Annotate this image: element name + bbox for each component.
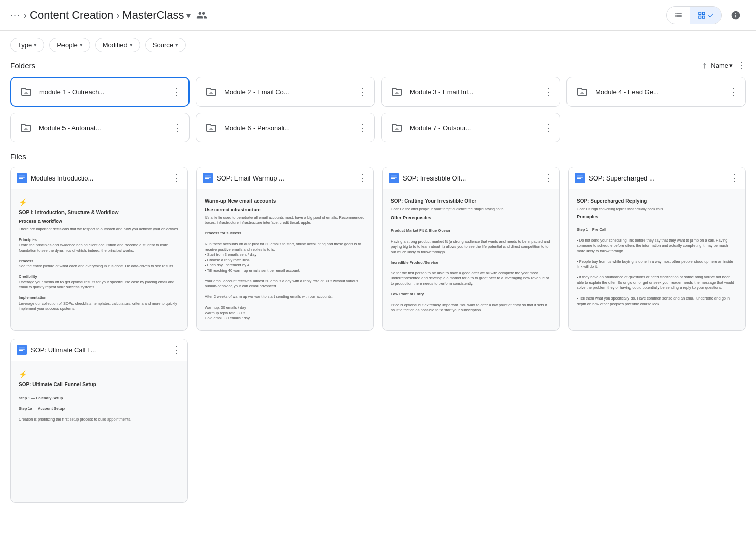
folder-more-icon[interactable]: ⋮ [172, 86, 181, 97]
breadcrumb-masterclass[interactable]: MasterClass [122, 9, 184, 22]
preview-text: Step 1 — Calendly Setup Step 1a — Accoun… [19, 390, 179, 422]
svg-rect-11 [391, 178, 395, 179]
file-card-header: Modules Introductio... ⋮ [11, 167, 187, 189]
file-card[interactable]: SOP: Email Warmup ... ⋮ Warm-up New emai… [196, 167, 374, 331]
folder-grid: module 1 - Outreach... ⋮ Module 2 - Emai… [10, 77, 746, 142]
folder-card[interactable]: Module 4 - Lead Ge... ⋮ [566, 77, 746, 107]
svg-rect-9 [391, 176, 397, 176]
folder-card[interactable]: Module 7 - Outsour... ⋮ [381, 113, 560, 142]
preview-bolt-icon: ⚡ [19, 369, 179, 380]
breadcrumb-chevron-2: › [116, 10, 119, 21]
list-view-button[interactable] [667, 7, 690, 24]
header-actions [666, 5, 746, 25]
svg-rect-3 [19, 178, 23, 179]
folder-name: Module 7 - Outsour... [410, 124, 539, 132]
file-name: SOP: Irresistible Off... [403, 174, 540, 182]
file-more-icon[interactable]: ⋮ [358, 172, 367, 184]
doc-icon [575, 173, 585, 183]
file-preview: SOP: Supercharged Replying Goal: Hit hig… [569, 189, 745, 330]
filter-type-chevron: ▾ [34, 42, 37, 48]
file-name: Modules Introductio... [31, 174, 168, 182]
sort-name-label[interactable]: Name ▾ [711, 62, 733, 69]
file-grid: Modules Introductio... ⋮ ⚡ SOP I: Introd… [10, 167, 746, 331]
filter-people-chevron: ▾ [80, 42, 83, 48]
more-options-icon[interactable]: ··· [10, 10, 21, 21]
folder-more-icon[interactable]: ⋮ [544, 86, 553, 97]
preview-text: Step 1 – Pre-Call • Do not send your sch… [577, 222, 737, 307]
folder-name: Module 4 - Lead Ge... [595, 88, 724, 96]
file-grid-bottom: SOP: Ultimate Call F... ⋮ ⚡ SOP: Ultimat… [10, 339, 746, 503]
doc-icon [389, 173, 399, 183]
preview-title: SOP I: Introduction, Structure & Workflo… [19, 209, 179, 216]
folder-more-icon[interactable]: ⋮ [544, 122, 553, 133]
file-preview: Warm-up New email accounts Use correct i… [197, 189, 373, 330]
file-card[interactable]: SOP: Ultimate Call F... ⋮ ⚡ SOP: Ultimat… [10, 339, 188, 503]
folder-card[interactable]: Module 6 - Personali... ⋮ [196, 113, 375, 142]
svg-rect-4 [203, 173, 213, 183]
svg-rect-8 [389, 173, 399, 183]
preview-subtitle: Process & Workflow [19, 218, 179, 225]
view-toggle [666, 6, 722, 24]
filter-modified[interactable]: Modified ▾ [95, 38, 140, 52]
sort-up-icon[interactable]: ↑ [702, 60, 707, 71]
folder-shared-icon [574, 84, 590, 100]
breadcrumb-chevron-1: › [24, 10, 27, 21]
file-more-icon[interactable]: ⋮ [172, 344, 181, 355]
folders-more-icon[interactable]: ⋮ [737, 59, 746, 71]
file-card[interactable]: SOP: Irresistible Off... ⋮ SOP: Crafting… [382, 167, 560, 331]
folder-shared-icon [389, 119, 405, 136]
file-preview: SOP: Crafting Your Irresistible Offer Go… [383, 189, 559, 330]
preview-title: SOP: Supercharged Replying [577, 197, 737, 205]
folder-card[interactable]: Module 5 - Automat... ⋮ [10, 113, 190, 142]
filter-type[interactable]: Type ▾ [10, 38, 44, 52]
folder-card[interactable]: module 1 - Outreach... ⋮ [10, 77, 190, 107]
preview-subtitle: Principles [577, 214, 737, 221]
info-button[interactable] [726, 5, 746, 25]
file-more-icon[interactable]: ⋮ [544, 172, 553, 184]
file-card[interactable]: SOP: Supercharged ... ⋮ SOP: Supercharge… [568, 167, 746, 331]
filter-source[interactable]: Source ▾ [145, 38, 186, 52]
file-name: SOP: Ultimate Call F... [31, 346, 168, 354]
folder-more-icon[interactable]: ⋮ [358, 86, 367, 97]
folder-shared-icon [18, 119, 34, 136]
file-card[interactable]: Modules Introductio... ⋮ ⚡ SOP I: Introd… [10, 167, 188, 331]
preview-subtitle: Offer Prerequisites [391, 215, 551, 222]
file-card-header: SOP: Irresistible Off... ⋮ [383, 167, 559, 189]
grid-view-button[interactable] [690, 7, 721, 24]
folder-name: Module 2 - Email Co... [224, 88, 353, 96]
filter-people[interactable]: People ▾ [49, 38, 90, 52]
folder-more-icon[interactable]: ⋮ [173, 122, 182, 133]
folder-shared-icon [203, 119, 219, 136]
file-card-header: SOP: Supercharged ... ⋮ [569, 167, 745, 189]
folder-more-icon[interactable]: ⋮ [729, 86, 738, 97]
filter-source-chevron: ▾ [175, 42, 178, 48]
sort-controls: ↑ Name ▾ ⋮ [702, 59, 746, 71]
preview-subtitle: Use correct infrastructure [205, 207, 365, 214]
preview-title: Warm-up New email accounts [205, 197, 365, 205]
svg-rect-18 [19, 349, 25, 349]
file-more-icon[interactable]: ⋮ [172, 172, 181, 184]
file-more-icon[interactable]: ⋮ [730, 172, 739, 184]
filter-type-label: Type [18, 41, 32, 49]
folders-section-header: Folders ↑ Name ▾ ⋮ [10, 59, 746, 71]
breadcrumb-content-creation[interactable]: Content Creation [30, 9, 113, 22]
folder-name: Module 3 - Email Inf... [410, 88, 539, 96]
preview-bolt-icon: ⚡ [19, 197, 179, 208]
folder-name: Module 5 - Automat... [39, 124, 168, 132]
file-card-header: SOP: Email Warmup ... ⋮ [197, 167, 373, 189]
file-name: SOP: Email Warmup ... [217, 174, 354, 182]
files-section: Files Modules Introductio... ⋮ ⚡ S [10, 152, 746, 503]
preview-text: Product-Market Fit & Blue-Ocean Having a… [391, 223, 551, 313]
masterclass-dropdown-icon[interactable]: ▾ [186, 11, 191, 20]
header: ··· › Content Creation › MasterClass ▾ [0, 0, 756, 31]
folder-card[interactable]: Module 2 - Email Co... ⋮ [196, 77, 375, 107]
folder-more-icon[interactable]: ⋮ [358, 122, 367, 133]
folder-name: module 1 - Outreach... [39, 88, 167, 96]
preview-text: It's a lie lie used to penetrate all ema… [205, 215, 365, 321]
masterclass-breadcrumb: MasterClass ▾ [122, 9, 190, 22]
folder-card[interactable]: Module 3 - Email Inf... ⋮ [381, 77, 560, 107]
shared-people-icon[interactable] [194, 7, 210, 23]
folder-shared-icon [203, 84, 219, 100]
doc-icon [17, 345, 27, 355]
preview-title: SOP: Crafting Your Irresistible Offer [391, 197, 551, 205]
